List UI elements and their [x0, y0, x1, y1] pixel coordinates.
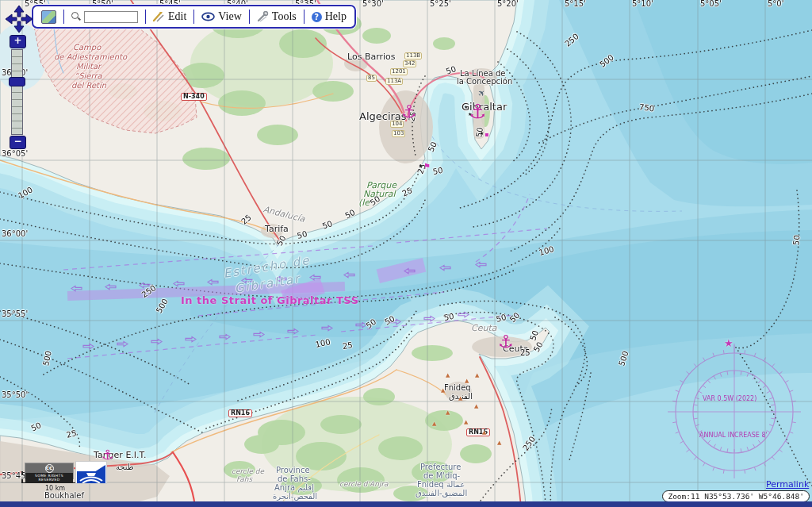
- zoom-handle[interactable]: [9, 77, 25, 86]
- status-coordinates: Zoom:11 N35°53.736' W5°46.848': [662, 490, 810, 502]
- search-icon: [71, 12, 81, 21]
- minimap-button[interactable]: [39, 10, 59, 25]
- compass-annual-label: ANNUAL INCREASE 8': [699, 432, 768, 439]
- search-group: [69, 10, 140, 24]
- main-toolbar: Edit View Tools ? Help: [32, 5, 356, 29]
- cc-license-badge[interactable]: cc SOME RIGHTS RESERVED: [25, 463, 74, 479]
- help-icon: ?: [312, 12, 322, 22]
- zoom-slider: + −: [10, 35, 25, 149]
- toolbar-separator: [63, 10, 64, 24]
- toolbar-separator: [304, 10, 304, 24]
- scale-km-label: 10 km: [45, 485, 65, 492]
- help-menu[interactable]: ? Help: [309, 10, 349, 24]
- toolbar-separator: [145, 10, 146, 24]
- openseamap-logo[interactable]: [75, 461, 107, 484]
- wrench-pencil-icon: [153, 11, 165, 22]
- waves-logo-icon: [77, 463, 105, 483]
- eye-icon: [201, 12, 215, 21]
- search-input[interactable]: [84, 11, 138, 23]
- toolbar-separator: [193, 10, 194, 24]
- tools-menu-label: Tools: [272, 10, 297, 23]
- edit-menu-label: Edit: [168, 10, 186, 23]
- permalink-link[interactable]: Permalink: [766, 479, 809, 490]
- minimap-icon: [41, 10, 56, 24]
- zoom-in-button[interactable]: +: [10, 35, 26, 48]
- view-menu[interactable]: View: [199, 10, 243, 24]
- edit-menu[interactable]: Edit: [151, 10, 189, 24]
- pan-control[interactable]: [4, 4, 34, 34]
- help-menu-label: Help: [325, 10, 347, 23]
- zoom-out-button[interactable]: −: [10, 136, 26, 149]
- tools-menu[interactable]: Tools: [255, 10, 299, 24]
- seamap-app: Los BarriosAlgecirasLa Línea dela Concep…: [0, 0, 812, 507]
- footer-bar: [0, 501, 812, 507]
- cc-license-text: SOME RIGHTS RESERVED: [25, 473, 73, 482]
- compass-variation-label: VAR 0.5W (2022): [703, 396, 756, 402]
- view-menu-label: View: [218, 10, 241, 23]
- cc-icon: cc: [45, 464, 54, 473]
- zoom-track[interactable]: [11, 49, 23, 135]
- toolbar-separator: [249, 10, 250, 24]
- map-canvas[interactable]: [0, 0, 812, 507]
- tools-icon: [257, 11, 269, 22]
